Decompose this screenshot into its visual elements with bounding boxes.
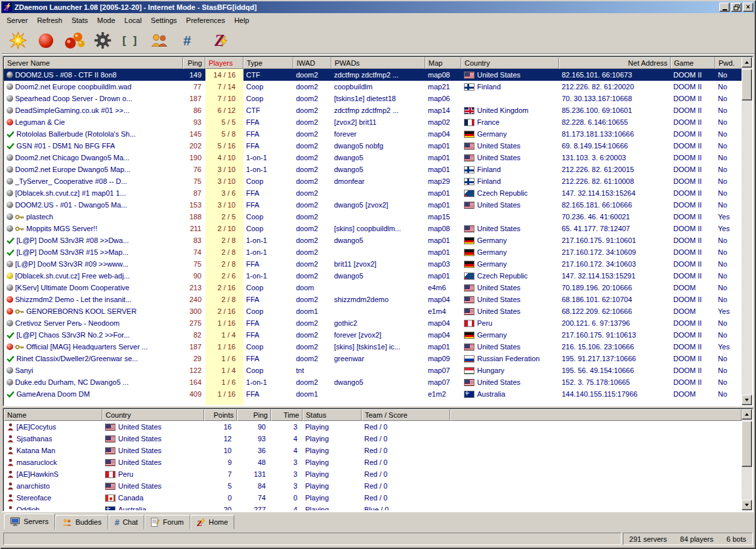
player-column-header-team[interactable]: Team / Score [362, 409, 450, 421]
column-header-type[interactable]: Type [243, 57, 293, 69]
player-column-header-name[interactable]: Name [4, 409, 102, 421]
server-players-cell: 2 / 6 [205, 270, 243, 282]
column-header-name[interactable]: Server Name [4, 57, 183, 69]
server-row[interactable]: Duke.edu Durham, NC Dwango5 ...1641 / 61… [4, 376, 742, 388]
server-row[interactable]: Sanyi1221 / 4Cooptntmap07Hungary195. 56.… [4, 364, 742, 376]
tab-buddies[interactable]: Buddies [55, 515, 108, 529]
server-row[interactable]: Doom2.net Europe coopbuildlm.wad777 / 14… [4, 81, 742, 93]
tab-home[interactable]: ZHome [190, 515, 234, 529]
server-row[interactable]: Doom2.net Europe Dwango5 Map...763 / 101… [4, 164, 742, 175]
server-row[interactable]: Leguman & Cie935 / 5FFAdoom2[zvox2] brit… [4, 116, 742, 128]
player-column-header-ping[interactable]: Ping [237, 409, 271, 421]
title-bar[interactable]: Z ZDaemon Launcher 1.08 [2005-12-20] - I… [1, 1, 755, 13]
server-map-cell: map15 [425, 211, 461, 223]
player-row[interactable]: StereofaceCanada0740PlayingRed / 0 [4, 492, 742, 504]
server-row[interactable]: DOOM2.US - #01 - Dwango5 Ma...1533 / 10F… [4, 199, 742, 211]
server-row[interactable]: [L@P] Chaos S3rv3R No.2 >>For...821 / 4F… [4, 329, 742, 341]
tab-chat[interactable]: #Chat [108, 515, 144, 529]
menu-item-server[interactable]: Server [2, 14, 32, 27]
server-status-icon [7, 261, 13, 267]
server-row[interactable]: Doom2.net Chicago Dwango5 Ma...1904 / 10… [4, 152, 742, 164]
filters-button[interactable]: [ ] [119, 30, 142, 52]
server-row[interactable]: [Oblacek.sh.cvut.cz] #1 map01 1...873 / … [4, 187, 742, 199]
refresh-all-button[interactable] [7, 30, 29, 52]
menu-item-preferences[interactable]: Preferences [182, 14, 230, 27]
abort-refresh-button[interactable] [35, 30, 57, 52]
server-address-cell: 200.121. 6. 97:13796 [559, 317, 671, 329]
player-list-scrollbar[interactable] [742, 409, 752, 510]
settings-button[interactable] [91, 30, 114, 52]
scroll-down-button[interactable] [742, 500, 752, 510]
server-row[interactable]: [Oblacek.sh.cvut.cz] Free web-adj...902 … [4, 270, 742, 282]
server-type-cell: Coop [243, 93, 293, 104]
player-row[interactable]: [AE]CocytusUnited States16903PlayingRed … [4, 421, 742, 433]
column-header-ping[interactable]: Ping [183, 57, 205, 69]
menu-item-refresh[interactable]: Refresh [32, 14, 67, 27]
scroll-thumb[interactable] [742, 69, 752, 100]
server-row[interactable]: plastech1882 / 5Coopdoom2map1570.236. 46… [4, 211, 742, 223]
server-row[interactable]: GameArena Doom DM4091 / 16FFAdoom1e1m2Au… [4, 388, 742, 400]
server-row[interactable]: Rinet Classix/Dweller2/Greenwar se...291… [4, 353, 742, 364]
server-list-scrollbar[interactable] [742, 57, 752, 405]
menu-item-mode[interactable]: Mode [93, 14, 120, 27]
us-flag-icon [105, 447, 116, 454]
player-icon [7, 423, 14, 431]
minimize-button[interactable] [719, 3, 730, 12]
server-row[interactable]: [L@P] DooM S3rv3R #08 >>Dwa...832 / 81-o… [4, 234, 742, 246]
server-row[interactable]: Moppits MGS Server!!2112 / 10Coopdoom2[s… [4, 223, 742, 234]
server-iwad-cell: doom2 [293, 187, 331, 199]
server-row[interactable]: [L@P] DooM S3rv3R #15 >>Map...742 / 81-o… [4, 246, 742, 258]
player-row[interactable]: SjsathanasUnited States12934PlayingRed /… [4, 433, 742, 445]
server-row[interactable]: Rotololas Ballerbude (Rotolola's Sh...14… [4, 128, 742, 140]
server-row[interactable]: Official [MAG] Headquarters Server ...18… [4, 341, 742, 353]
buddies-button[interactable] [148, 30, 170, 52]
scroll-up-button[interactable] [742, 409, 752, 420]
column-header-players[interactable]: Players [205, 57, 243, 69]
server-row[interactable]: GENOREBORNS KOOL SERVER3002 / 16Coopdoom… [4, 305, 742, 317]
column-header-pwd[interactable]: Pwd. [715, 57, 742, 69]
column-header-address[interactable]: Net Address [559, 57, 671, 69]
server-row[interactable]: Shizzmdm2 Demo - Let the insanit...2402 … [4, 294, 742, 305]
menu-item-settings[interactable]: Settings [146, 14, 182, 27]
server-row[interactable]: DeadSimpleGaming.co.uk #01 >>...866 / 12… [4, 104, 742, 116]
server-country-cell: Germany [461, 246, 559, 258]
server-address-cell: 82.165.181. 66:10666 [559, 199, 671, 211]
scroll-down-button[interactable] [742, 395, 752, 405]
get-server-list-button[interactable] [63, 30, 85, 52]
menu-item-help[interactable]: Help [230, 14, 254, 27]
server-row[interactable]: Cretivoz Server Perь - Neodoom2751 / 16F… [4, 317, 742, 329]
player-row[interactable]: OddjobAustralia202774PlayingBlue / 0 [4, 504, 742, 510]
server-row[interactable]: _TyServer_ Cooperative #08 -- D...753 / … [4, 175, 742, 187]
restore-button[interactable] [731, 3, 742, 12]
server-row[interactable]: [L@P] DooM S3rv3R #09 >>www...752 / 8FFA… [4, 258, 742, 270]
scroll-up-button[interactable] [742, 57, 752, 68]
player-row[interactable]: anarchistoUnited States5843PlayingRed / … [4, 480, 742, 492]
column-header-map[interactable]: Map [425, 57, 461, 69]
server-row[interactable]: DOOM2.US - #08 - CTF II 8on814914 / 16CT… [4, 69, 742, 81]
player-row[interactable]: Katana ManUnited States10364PlayingRed /… [4, 445, 742, 456]
column-header-iwad[interactable]: IWAD [293, 57, 331, 69]
zdaemon-button[interactable]: Z [212, 30, 234, 52]
tab-servers[interactable]: Servers [4, 514, 55, 529]
chat-button[interactable]: # [176, 30, 198, 52]
column-header-game[interactable]: Game [671, 57, 715, 69]
player-column-header-country[interactable]: Country [102, 409, 204, 421]
server-row[interactable]: Spearhead Coop Server - Drown o...1877 /… [4, 93, 742, 104]
player-column-header-time[interactable]: Time [271, 409, 303, 421]
player-status-cell: Playing [303, 480, 362, 492]
server-ping-cell: 93 [183, 116, 205, 128]
menu-item-stats[interactable]: Stats [67, 14, 93, 27]
server-row[interactable]: [KServ] Ultimate Doom Cooperative2132 / … [4, 282, 742, 294]
player-column-header-points[interactable]: Points [204, 409, 237, 421]
server-row[interactable]: GSN #01 - D5M1 No BFG FFA2025 / 16FFAdoo… [4, 140, 742, 152]
player-row[interactable]: masaruclockUnited States9483PlayingRed /… [4, 456, 742, 468]
column-header-country[interactable]: Country [461, 57, 559, 69]
scroll-thumb[interactable] [742, 421, 752, 467]
player-row[interactable]: [AE]HawkinSPeru71313PlayingRed / 0 [4, 468, 742, 480]
tab-forum[interactable]: Forum [144, 515, 190, 529]
close-button[interactable]: × [743, 3, 753, 12]
menu-item-local[interactable]: Local [120, 14, 146, 27]
player-column-header-status[interactable]: Status [303, 409, 362, 421]
column-header-pwads[interactable]: PWADs [331, 57, 425, 69]
server-address-cell: 85.236.100. 69:10601 [559, 104, 671, 116]
